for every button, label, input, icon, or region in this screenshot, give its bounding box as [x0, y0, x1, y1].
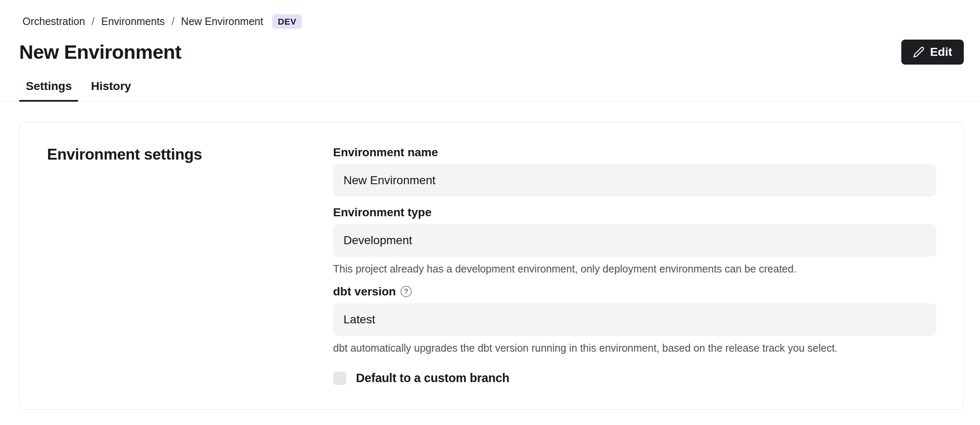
environment-name-input[interactable]	[333, 164, 936, 197]
environment-type-helper-text: This project already has a development e…	[333, 262, 936, 276]
custom-branch-label: Default to a custom branch	[356, 371, 510, 385]
breadcrumb-separator: /	[92, 15, 95, 28]
breadcrumb-separator: /	[172, 15, 174, 28]
tab-history[interactable]: History	[84, 77, 137, 101]
tab-bar: Settings History	[0, 65, 980, 101]
topbar: Orchestration / Environments / New Envir…	[0, 0, 980, 29]
environment-settings-card: Environment settings Environment name En…	[19, 122, 964, 410]
custom-branch-row: Default to a custom branch	[333, 371, 936, 385]
environment-type-input[interactable]	[333, 224, 936, 257]
page-title: New Environment	[19, 41, 181, 63]
breadcrumb: Orchestration / Environments / New Envir…	[22, 14, 964, 29]
edit-button-label: Edit	[930, 45, 952, 59]
environment-type-label: Environment type	[333, 206, 936, 219]
dbt-version-label: dbt version ?	[333, 285, 936, 298]
environment-settings-form: Environment name Environment type This p…	[333, 146, 936, 385]
page-header: New Environment Edit	[0, 29, 980, 65]
breadcrumb-environments[interactable]: Environments	[101, 15, 165, 28]
custom-branch-checkbox[interactable]	[333, 372, 346, 385]
card-left-column: Environment settings	[20, 146, 333, 385]
dbt-version-input[interactable]	[333, 303, 936, 336]
breadcrumb-orchestration[interactable]: Orchestration	[22, 15, 85, 28]
pencil-icon	[913, 46, 925, 58]
environment-name-label: Environment name	[333, 146, 936, 159]
breadcrumb-new-environment[interactable]: New Environment	[181, 15, 263, 28]
environment-name-group: Environment name	[333, 146, 936, 197]
tabs-divider	[0, 101, 980, 102]
tab-settings[interactable]: Settings	[19, 77, 78, 101]
page: Orchestration / Environments / New Envir…	[0, 0, 980, 410]
environment-dev-badge: DEV	[272, 14, 302, 29]
dbt-version-helper-text: dbt automatically upgrades the dbt versi…	[333, 341, 936, 355]
dbt-version-label-text: dbt version	[333, 285, 396, 298]
edit-button[interactable]: Edit	[901, 40, 964, 65]
environment-type-group: Environment type This project already ha…	[333, 206, 936, 276]
section-title: Environment settings	[47, 146, 333, 163]
dbt-version-group: dbt version ? dbt automatically upgrades…	[333, 285, 936, 355]
help-circle-icon[interactable]: ?	[400, 286, 412, 297]
